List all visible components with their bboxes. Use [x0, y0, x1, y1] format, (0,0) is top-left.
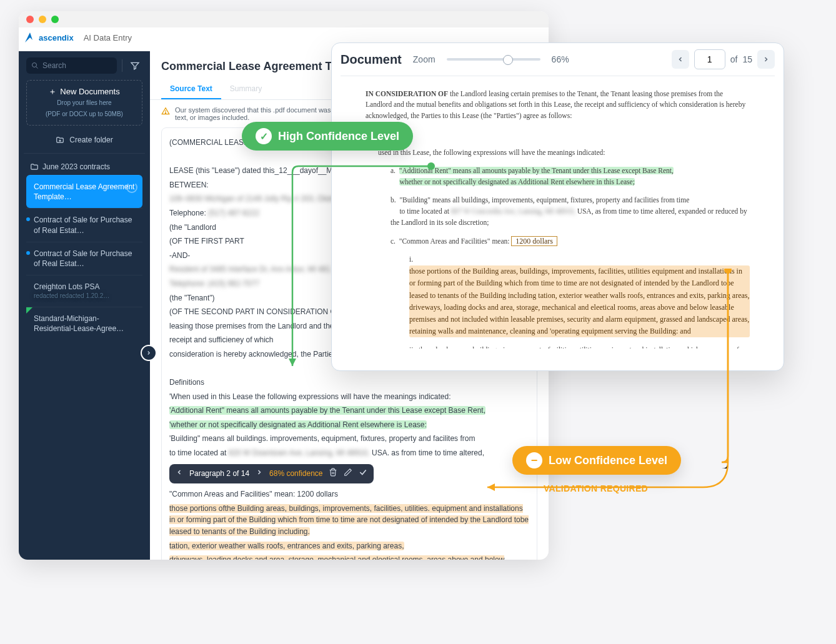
zoom-slider[interactable] — [447, 58, 540, 61]
zoom-value: 66% — [552, 54, 569, 64]
text-line[interactable]: to time located at — [169, 448, 229, 457]
of-label: of — [730, 54, 738, 64]
check-icon — [359, 468, 367, 477]
document-page-rendering[interactable]: IN CONSIDERATION OF the Landlord leasing… — [341, 76, 775, 349]
new-documents-title: New Documents — [60, 87, 119, 96]
maximize-window-button[interactable] — [51, 16, 59, 23]
low-confidence-span[interactable]: tation, exterior weather walls roofs, en… — [169, 542, 404, 550]
search-divider — [122, 59, 122, 72]
dropzone-hint2: (PDF or DOCX up to 50MB) — [33, 110, 136, 119]
warning-icon — [161, 107, 170, 116]
minus-badge-icon: − — [526, 452, 542, 468]
doc-text: to time located at — [399, 207, 450, 215]
sidebar-doc-item[interactable]: Contract of Sale for Purchase of Real Es… — [26, 242, 142, 275]
confidence-value: 68% confidence — [269, 468, 322, 480]
text-line[interactable]: 'Building" means all buildings. improvem… — [169, 433, 529, 445]
brand-logo: ascendix — [24, 31, 74, 44]
create-folder-button[interactable]: Create folder — [26, 132, 142, 148]
high-confidence-span[interactable]: 'whether or not specifically designated … — [169, 420, 427, 429]
document-label: Document — [341, 52, 402, 67]
folder-icon — [30, 162, 39, 171]
sidebar-doc-item[interactable]: Creighton Lots PSA redacted redacted 1.2… — [26, 275, 142, 307]
low-confidence-callout: − Low Confidence Level — [512, 446, 681, 475]
doc-label: Standard-Michigan-Residential-Lease-Agre… — [34, 314, 137, 334]
tab-label: Summary — [230, 84, 262, 93]
doc-text: IN CONSIDERATION OF — [366, 90, 448, 97]
tab-summary[interactable]: Summary — [221, 78, 271, 99]
chevron-right-icon — [146, 350, 152, 356]
zoom-label: Zoom — [413, 54, 435, 64]
text-line[interactable]: "Common Areas and Facilities" mean: 1200… — [169, 488, 529, 500]
next-page-button[interactable] — [757, 50, 775, 69]
doc-text: those lands, areas, buildings, improveme… — [409, 346, 745, 349]
doc-label: Contract of Sale for Purchase of Real Es… — [34, 249, 137, 269]
sidebar-collapse-button[interactable] — [141, 345, 157, 361]
svg-point-0 — [32, 63, 37, 67]
divider — [24, 153, 145, 154]
prev-page-button[interactable] — [672, 50, 689, 69]
high-confidence-callout: ✓ High Confidence Level — [242, 122, 413, 151]
text-line[interactable]: Telephone: — [169, 209, 206, 217]
doc-text: used in this Lease, the following expres… — [378, 149, 605, 156]
folder-plus-icon — [56, 136, 64, 144]
folder-item[interactable]: June 2023 contracts — [26, 159, 142, 175]
tab-label: Source Text — [170, 84, 212, 93]
handwritten-value: 1200 dollars — [511, 236, 557, 246]
chevron-left-icon — [677, 56, 684, 63]
text-line[interactable]: Definitions — [169, 377, 529, 389]
redacted-text: 807 W Concordia Ave, Lansing, MI 48910, — [451, 207, 575, 215]
low-confidence-span[interactable]: driveways, loading docks and area, stora… — [169, 555, 504, 560]
low-confidence-span[interactable]: those portions ofthe Building areas, bui… — [169, 504, 529, 536]
validation-required-label: VALIDATION REQUIRED — [544, 483, 648, 493]
check-badge-icon: ✓ — [256, 128, 272, 144]
next-paragraph-button[interactable] — [256, 468, 263, 480]
doc-low-confidence-span: those portions of the Building areas, bu… — [409, 265, 750, 337]
filter-icon — [130, 61, 140, 71]
doc-high-confidence-span: whether or not specifically designated a… — [399, 178, 635, 186]
macos-titlebar — [19, 11, 549, 27]
status-dot-icon — [26, 217, 30, 221]
doc-text: "Common Areas and Facilities" mean: — [399, 237, 510, 245]
trash-icon — [329, 468, 337, 477]
doc-label: Commercial Lease Agreement Template… — [34, 182, 137, 202]
text-line[interactable]: USA. as from time to time altered, — [370, 448, 484, 457]
search-placeholder: Search — [42, 61, 66, 70]
new-documents-dropzone[interactable]: New Documents Drop your files here (PDF … — [26, 80, 142, 126]
delete-paragraph-button[interactable] — [329, 468, 337, 480]
approve-paragraph-button[interactable] — [359, 468, 367, 480]
redacted-text: (517) 487-6222 — [208, 209, 259, 217]
prev-paragraph-button[interactable] — [176, 468, 183, 480]
page-number-input[interactable] — [694, 49, 725, 69]
doc-sub: redacted redacted 1.20.2… — [34, 292, 137, 300]
sidebar: Search New Documents Drop your files her… — [19, 51, 150, 560]
pencil-icon — [344, 468, 352, 477]
chevron-left-icon — [176, 468, 183, 476]
callout-label: High Confidence Level — [278, 130, 399, 143]
close-window-button[interactable] — [26, 16, 34, 23]
callout-label: Low Confidence Level — [549, 454, 667, 467]
sidebar-doc-item[interactable]: Contract of Sale for Purchase of Real Es… — [26, 208, 142, 241]
paragraph-review-toolbar: Paragraph 2 of 14 68% confidence — [169, 464, 374, 484]
slider-knob[interactable] — [503, 55, 513, 65]
doc-label: Creighton Lots PSA — [34, 282, 137, 292]
chevron-right-icon — [256, 468, 263, 476]
edit-paragraph-button[interactable] — [344, 468, 352, 480]
create-folder-label: Create folder — [69, 136, 112, 144]
search-icon — [31, 62, 39, 69]
sidebar-doc-item[interactable]: Standard-Michigan-Residential-Lease-Agre… — [26, 307, 142, 340]
filter-button[interactable] — [127, 58, 142, 73]
sidebar-doc-selected[interactable]: Commercial Lease Agreement Template… — [26, 175, 142, 208]
doc-high-confidence-span: "Additional Rent" means all amounts paya… — [399, 167, 674, 174]
status-dot-icon — [26, 251, 30, 255]
minimize-window-button[interactable] — [39, 16, 46, 23]
doc-text: "Building" means all buildings, improvem… — [399, 196, 689, 204]
plus-icon — [49, 88, 56, 96]
high-confidence-span[interactable]: 'Additional Rent" means all amounts paya… — [169, 406, 485, 415]
search-input[interactable]: Search — [26, 57, 117, 74]
text-line[interactable]: 'When used in this Lease the following e… — [169, 391, 529, 403]
tab-source-text[interactable]: Source Text — [161, 78, 221, 99]
dropzone-hint1: Drop your files here — [33, 99, 136, 107]
brand-text: ascendix — [39, 33, 74, 42]
redacted-text: 820 W Downtown Ave, Lansing, MI 48910, — [229, 448, 370, 457]
svg-point-7 — [165, 112, 166, 113]
